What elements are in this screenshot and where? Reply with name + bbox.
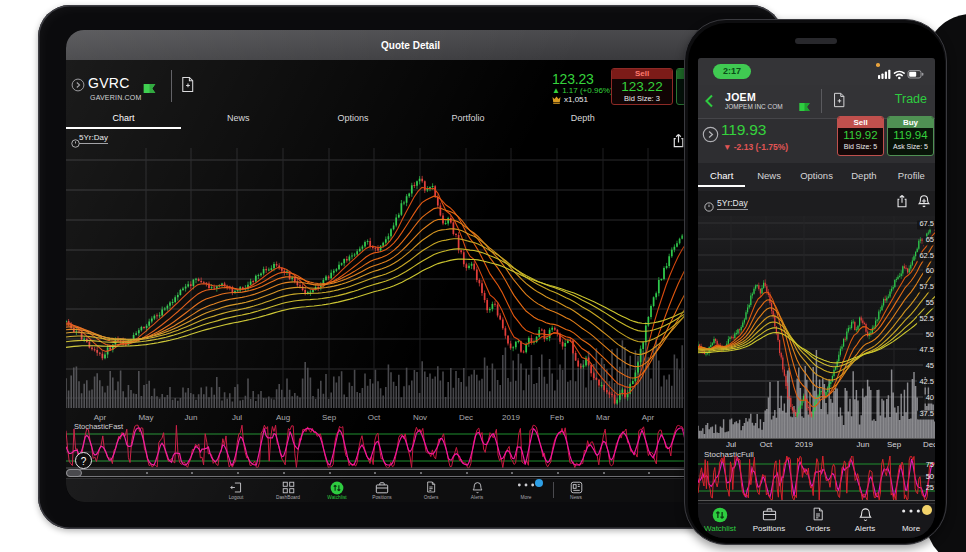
svg-text:25: 25: [926, 483, 934, 492]
svg-text:52.5: 52.5: [919, 314, 934, 323]
svg-text:50: 50: [926, 330, 934, 339]
svg-text:67.5: 67.5: [919, 219, 934, 228]
svg-text:42.5: 42.5: [919, 377, 934, 386]
svg-text:57.5: 57.5: [919, 282, 934, 291]
svg-text:62.5: 62.5: [919, 251, 934, 260]
svg-text:65: 65: [926, 235, 934, 244]
svg-text:55: 55: [926, 298, 934, 307]
svg-text:45: 45: [926, 361, 934, 370]
svg-text:37.5: 37.5: [919, 409, 934, 418]
svg-text:47.5: 47.5: [919, 345, 934, 354]
svg-text:40: 40: [926, 393, 934, 402]
svg-text:60: 60: [926, 266, 934, 275]
svg-text:50: 50: [926, 472, 934, 481]
svg-text:75: 75: [926, 460, 934, 469]
